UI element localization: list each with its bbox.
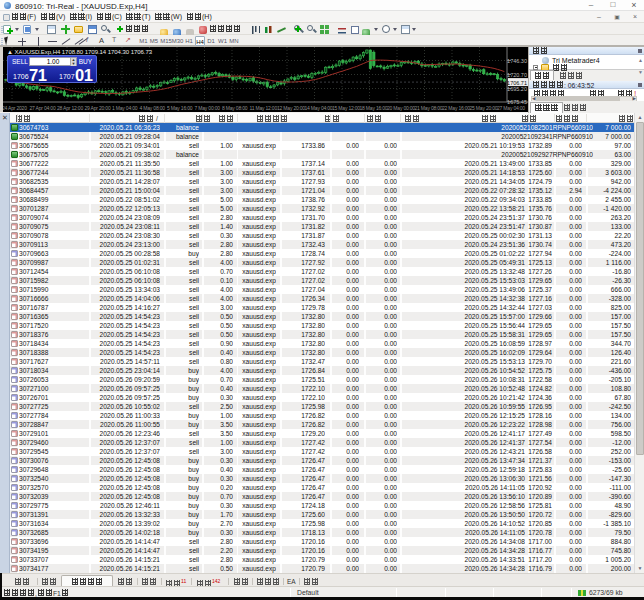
svg-text:1695.20: 1695.20 bbox=[507, 86, 527, 92]
svg-text:29 Apr 20:00: 29 Apr 20:00 bbox=[85, 105, 111, 111]
svg-text:27 May 04:00: 27 May 04:00 bbox=[497, 105, 525, 111]
svg-text:11 May 12:00: 11 May 12:00 bbox=[250, 105, 278, 111]
svg-text:15 May 12:00: 15 May 12:00 bbox=[332, 105, 360, 111]
svg-text:27 Apr 04:00: 27 Apr 04:00 bbox=[30, 105, 56, 111]
svg-text:20 May 00:00: 20 May 00:00 bbox=[387, 105, 415, 111]
svg-text:1 May 04:00: 1 May 04:00 bbox=[112, 105, 138, 111]
svg-text:14 May 04:00: 14 May 04:00 bbox=[305, 105, 333, 111]
svg-text:1706.71: 1706.71 bbox=[507, 80, 527, 86]
svg-text:1746.30: 1746.30 bbox=[507, 58, 527, 64]
svg-text:21 May 08:00: 21 May 08:00 bbox=[415, 105, 443, 111]
svg-text:12 May 20:00: 12 May 20:00 bbox=[277, 105, 305, 111]
svg-text:4 May 08:00: 4 May 08:00 bbox=[140, 105, 166, 111]
svg-text:22 May 16:00: 22 May 16:00 bbox=[442, 105, 470, 111]
svg-text:8 May 08:00: 8 May 08:00 bbox=[222, 105, 248, 111]
svg-text:24 Apr 2020: 24 Apr 2020 bbox=[2, 105, 27, 111]
svg-text:18 May 16:00: 18 May 16:00 bbox=[360, 105, 388, 111]
svg-text:5 May 16:00: 5 May 16:00 bbox=[167, 105, 193, 111]
svg-text:28 Apr 12:00: 28 Apr 12:00 bbox=[57, 105, 83, 111]
svg-text:25 May 20:00: 25 May 20:00 bbox=[470, 105, 498, 111]
svg-text:1720.70: 1720.70 bbox=[507, 72, 527, 78]
svg-text:▲ XAUUSD.Exp,H4 1708.80 1709.: ▲ XAUUSD.Exp,H4 1708.80 1709.14 1704.30 … bbox=[7, 49, 153, 55]
svg-text:7 May 00:00: 7 May 00:00 bbox=[195, 105, 221, 111]
